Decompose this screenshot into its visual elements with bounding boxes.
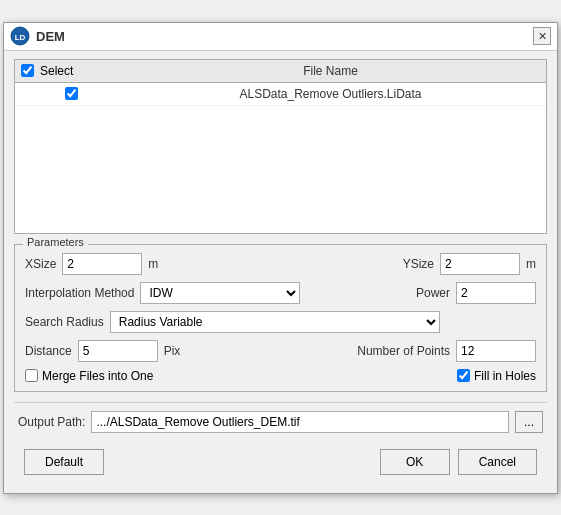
interpolation-select[interactable]: IDW Kriging Natural Neighbor xyxy=(140,282,300,304)
select-header-label: Select xyxy=(40,64,73,78)
power-label: Power xyxy=(416,286,450,300)
cancel-button[interactable]: Cancel xyxy=(458,449,537,475)
ok-button[interactable]: OK xyxy=(380,449,450,475)
close-button[interactable]: ✕ xyxy=(533,27,551,45)
group-label: Parameters xyxy=(23,236,88,248)
num-points-input[interactable] xyxy=(456,340,536,362)
distance-numpoints-row: Distance Pix Number of Points xyxy=(25,340,536,362)
app-logo: LD xyxy=(10,26,30,46)
xsize-label: XSize xyxy=(25,257,56,271)
ysize-input[interactable] xyxy=(440,253,520,275)
merge-files-checkbox[interactable] xyxy=(25,369,38,382)
bottom-bar: Default OK Cancel xyxy=(14,443,547,485)
main-window: LD DEM ✕ Select File Name ALSData_Remove… xyxy=(3,22,558,494)
power-input[interactable] xyxy=(456,282,536,304)
row-filename-cell: ALSData_Remove Outliers.LiData xyxy=(121,87,540,101)
title-bar: LD DEM ✕ xyxy=(4,23,557,51)
default-button[interactable]: Default xyxy=(24,449,104,475)
table-row: ALSData_Remove Outliers.LiData xyxy=(15,83,546,106)
ysize-label: YSize xyxy=(403,257,434,271)
col-select-header: Select xyxy=(21,64,121,78)
fill-holes-label[interactable]: Fill in Holes xyxy=(457,369,536,383)
xsize-input[interactable] xyxy=(62,253,142,275)
file-table: Select File Name ALSData_Remove Outliers… xyxy=(14,59,547,234)
xsize-ysize-row: XSize m YSize m xyxy=(25,253,536,275)
output-label: Output Path: xyxy=(18,415,85,429)
ok-cancel-group: OK Cancel xyxy=(380,449,537,475)
merge-fillholes-row: Merge Files into One Fill in Holes xyxy=(25,369,536,383)
distance-input[interactable] xyxy=(78,340,158,362)
interpolation-label: Interpolation Method xyxy=(25,286,134,300)
separator xyxy=(14,402,547,403)
interpolation-power-row: Interpolation Method IDW Kriging Natural… xyxy=(25,282,536,304)
svg-text:LD: LD xyxy=(15,33,26,42)
row-checkbox[interactable] xyxy=(65,87,78,100)
browse-button[interactable]: ... xyxy=(515,411,543,433)
num-points-label: Number of Points xyxy=(357,344,450,358)
output-path-input[interactable] xyxy=(91,411,509,433)
search-radius-label: Search Radius xyxy=(25,315,104,329)
distance-label: Distance xyxy=(25,344,72,358)
distance-unit: Pix xyxy=(164,344,181,358)
content-area: Select File Name ALSData_Remove Outliers… xyxy=(4,51,557,493)
merge-files-label[interactable]: Merge Files into One xyxy=(25,369,153,383)
parameters-group: Parameters XSize m YSize m Interpolation… xyxy=(14,244,547,392)
xsize-unit: m xyxy=(148,257,158,271)
fill-holes-text: Fill in Holes xyxy=(474,369,536,383)
output-row: Output Path: ... xyxy=(14,411,547,433)
col-filename-header: File Name xyxy=(121,64,540,78)
search-radius-row: Search Radius Radius Variable Radius Fix… xyxy=(25,311,536,333)
window-title: DEM xyxy=(36,29,65,44)
merge-files-text: Merge Files into One xyxy=(42,369,153,383)
row-check-cell xyxy=(21,87,121,100)
title-left: LD DEM xyxy=(10,26,65,46)
fill-holes-checkbox[interactable] xyxy=(457,369,470,382)
search-radius-select[interactable]: Radius Variable Radius Fixed xyxy=(110,311,440,333)
table-header: Select File Name xyxy=(15,60,546,83)
select-all-checkbox[interactable] xyxy=(21,64,34,77)
ysize-unit: m xyxy=(526,257,536,271)
